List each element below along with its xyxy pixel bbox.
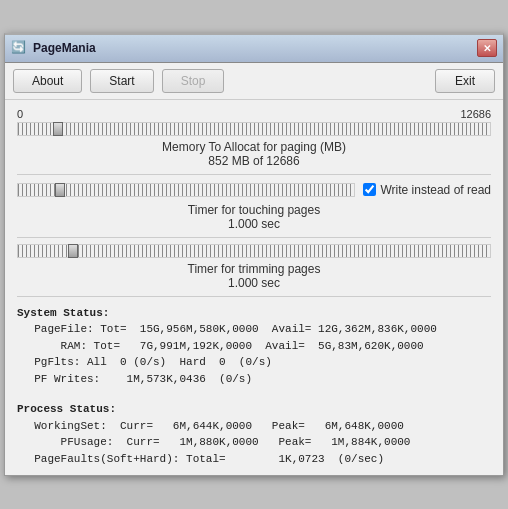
- timer1-value: 1.000 sec: [17, 217, 491, 231]
- timer2-slider[interactable]: [22, 245, 494, 257]
- system-status-section: System Status: PageFile: Tot= 15G,956M,5…: [17, 305, 491, 388]
- memory-slider[interactable]: [22, 123, 494, 135]
- window-title: PageMania: [33, 41, 96, 55]
- checkbox-area: Write instead of read: [363, 183, 491, 197]
- titlebar: 🔄 PageMania ✕: [5, 35, 503, 63]
- system-status-title: System Status:: [17, 305, 491, 322]
- timer2-section: Timer for trimming pages 1.000 sec: [17, 244, 491, 290]
- system-ram-line: RAM: Tot= 7G,991M,192K,0000 Avail= 5G,83…: [17, 338, 491, 355]
- close-button[interactable]: ✕: [477, 39, 497, 57]
- stop-button[interactable]: Stop: [162, 69, 225, 93]
- memory-slider-track: [17, 122, 491, 136]
- timer2-value: 1.000 sec: [17, 276, 491, 290]
- divider-2: [17, 237, 491, 238]
- process-pfusage-line: PFUsage: Curr= 1M,880K,0000 Peak= 1M,884…: [17, 434, 491, 451]
- exit-button[interactable]: Exit: [435, 69, 495, 93]
- timer2-slider-track: [17, 244, 491, 258]
- process-pagefaults-line: PageFaults(Soft+Hard): Total= 1K,0723 (0…: [17, 451, 491, 468]
- memory-min-label: 0: [17, 108, 23, 120]
- timer1-row: Write instead of read: [17, 181, 491, 199]
- timer1-slider-track: [17, 183, 355, 197]
- titlebar-left: 🔄 PageMania: [11, 40, 96, 56]
- system-pfwrites-line: PF Writes: 1M,573K,0436 (0/s): [17, 371, 491, 388]
- system-pagefile-line: PageFile: Tot= 15G,956M,580K,0000 Avail=…: [17, 321, 491, 338]
- memory-label: Memory To Allocat for paging (MB): [17, 140, 491, 154]
- main-window: 🔄 PageMania ✕ About Start Stop Exit 0 12…: [4, 33, 504, 477]
- timer1-label: Timer for touching pages: [17, 203, 491, 217]
- memory-range-labels: 0 12686: [17, 108, 491, 120]
- divider-1: [17, 174, 491, 175]
- timer1-slider[interactable]: [22, 184, 358, 196]
- divider-3: [17, 296, 491, 297]
- process-workingset-line: WorkingSet: Curr= 6M,644K,0000 Peak= 6M,…: [17, 418, 491, 435]
- timer2-label: Timer for trimming pages: [17, 262, 491, 276]
- memory-section: 0 12686 Memory To Allocat for paging (MB…: [17, 108, 491, 168]
- start-button[interactable]: Start: [90, 69, 153, 93]
- checkbox-label: Write instead of read: [380, 183, 491, 197]
- timer1-section: Write instead of read Timer for touching…: [17, 181, 491, 231]
- process-status-section: Process Status: WorkingSet: Curr= 6M,644…: [17, 401, 491, 467]
- app-icon: 🔄: [11, 40, 27, 56]
- main-content: 0 12686 Memory To Allocat for paging (MB…: [5, 100, 503, 476]
- about-button[interactable]: About: [13, 69, 82, 93]
- spacer: [17, 387, 491, 393]
- memory-value: 852 MB of 12686: [17, 154, 491, 168]
- system-pgflts-line: PgFlts: All 0 (0/s) Hard 0 (0/s): [17, 354, 491, 371]
- write-read-checkbox[interactable]: [363, 183, 376, 196]
- process-status-title: Process Status:: [17, 401, 491, 418]
- toolbar: About Start Stop Exit: [5, 63, 503, 100]
- memory-max-label: 12686: [460, 108, 491, 120]
